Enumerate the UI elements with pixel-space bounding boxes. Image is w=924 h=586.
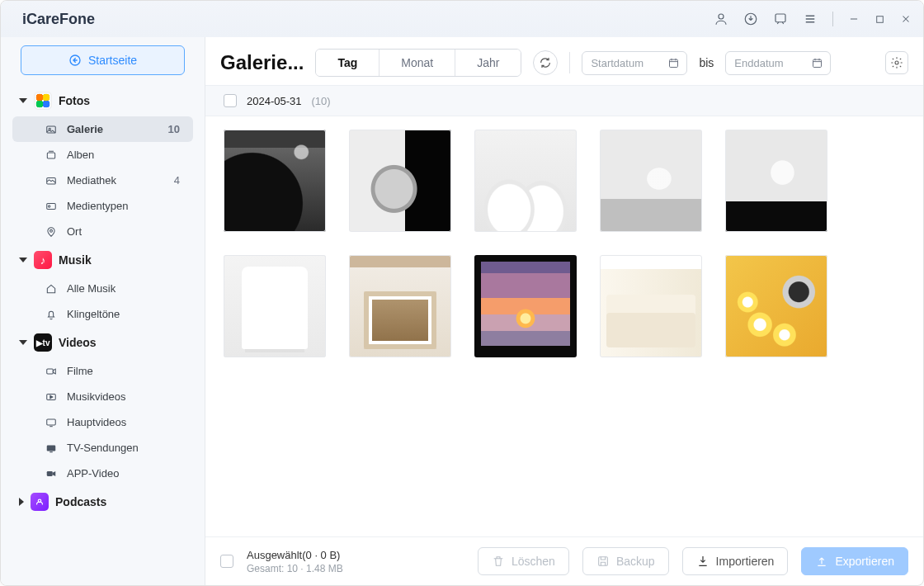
svg-rect-12 — [47, 369, 54, 374]
nav-label: Klingeltöne — [67, 308, 120, 320]
home-icon — [44, 283, 59, 295]
tv-icon — [44, 442, 59, 454]
nav-label: Hauptvideos — [67, 416, 126, 428]
import-icon — [696, 555, 710, 568]
sidebar-item-tv-sendungen[interactable]: TV-Sendungen — [12, 435, 193, 461]
sidebar-item-alle-musik[interactable]: Alle Musik — [12, 276, 193, 301]
close-icon[interactable] — [900, 13, 912, 25]
sidebar-item-filme[interactable]: Filme — [12, 358, 193, 384]
footer-select-checkbox[interactable] — [220, 555, 233, 568]
download-icon[interactable] — [743, 12, 758, 26]
svg-rect-20 — [813, 59, 822, 67]
segment-tag[interactable]: Tag — [316, 50, 379, 76]
footer-meta: Ausgewählt(0 · 0 B) Gesamt: 10 · 1.48 MB — [247, 549, 343, 574]
nav-label: Filme — [67, 365, 93, 377]
selected-label: Ausgewählt(0 · 0 B) — [247, 549, 343, 561]
refresh-icon — [539, 56, 552, 69]
group-count: (10) — [312, 95, 331, 107]
svg-rect-15 — [47, 445, 56, 451]
section-podcasts[interactable]: Podcasts — [9, 486, 196, 517]
feedback-icon[interactable] — [773, 12, 788, 26]
segment-monat[interactable]: Monat — [379, 50, 455, 76]
calendar-icon — [667, 57, 680, 69]
save-icon — [596, 555, 610, 568]
sidebar: Startseite Fotos Galerie 10 Alben Mediat… — [1, 37, 205, 585]
svg-point-10 — [49, 205, 50, 206]
sidebar-item-ort[interactable]: Ort — [12, 219, 193, 244]
nav-label: Alle Musik — [67, 282, 116, 295]
music-app-icon: ♪ — [34, 251, 52, 269]
sidebar-item-galerie[interactable]: Galerie 10 — [12, 116, 193, 142]
end-placeholder: Enddatum — [734, 57, 783, 69]
settings-button[interactable] — [885, 51, 908, 74]
section-fotos[interactable]: Fotos — [9, 85, 196, 116]
home-arrow-icon — [68, 54, 82, 67]
backup-button[interactable]: Backup — [582, 547, 669, 575]
photo-thumbnail[interactable] — [474, 255, 577, 357]
account-icon[interactable] — [714, 12, 728, 26]
nav-count: 4 — [174, 174, 183, 187]
minimize-icon[interactable] — [848, 13, 860, 25]
section-musik[interactable]: ♪ Musik — [9, 244, 196, 276]
sidebar-item-klingeltoene[interactable]: Klingeltöne — [12, 301, 193, 327]
svg-point-21 — [895, 61, 898, 64]
section-videos-label: Videos — [59, 336, 97, 349]
delete-label: Löschen — [512, 555, 555, 568]
home-button[interactable]: Startseite — [21, 45, 185, 75]
svg-rect-19 — [670, 59, 678, 67]
titlebar-actions — [714, 12, 912, 26]
delete-button[interactable]: Löschen — [478, 547, 569, 575]
photo-thumbnail[interactable] — [349, 130, 451, 232]
photo-thumbnail[interactable] — [349, 255, 451, 357]
svg-point-11 — [50, 229, 53, 232]
group-header: 2024-05-31(10) — [205, 86, 923, 116]
select-all-checkbox[interactable] — [224, 94, 237, 107]
tv-app-icon: ▶tv — [34, 333, 52, 352]
camcorder-icon — [44, 468, 59, 480]
svg-rect-3 — [877, 16, 884, 22]
group-date: 2024-05-31 — [247, 95, 302, 107]
start-date-input[interactable]: Startdatum — [582, 51, 687, 75]
nav-label: Mediathek — [67, 174, 116, 187]
export-icon — [815, 555, 828, 568]
app-name: iCareFone — [22, 11, 95, 28]
photo-thumbnail[interactable] — [224, 255, 326, 357]
export-button[interactable]: Exportieren — [801, 547, 908, 575]
home-label: Startseite — [88, 54, 137, 67]
nav-label: Galerie — [67, 123, 103, 135]
sidebar-item-app-video[interactable]: APP-Video — [12, 461, 193, 486]
podcast-app-icon — [31, 493, 49, 511]
sidebar-item-hauptvideos[interactable]: Hauptvideos — [12, 409, 193, 435]
sidebar-item-mediathek[interactable]: Mediathek 4 — [12, 168, 193, 193]
import-button[interactable]: Importieren — [682, 547, 789, 575]
range-label: bis — [699, 56, 714, 69]
photo-thumbnail[interactable] — [725, 130, 827, 232]
nav-label: Medientypen — [67, 200, 128, 212]
photo-thumbnail[interactable] — [474, 130, 577, 232]
body: Startseite Fotos Galerie 10 Alben Mediat… — [1, 37, 923, 585]
svg-rect-17 — [47, 471, 53, 476]
nav-label: TV-Sendungen — [67, 442, 139, 454]
refresh-button[interactable] — [533, 50, 558, 75]
sidebar-item-alben[interactable]: Alben — [12, 142, 193, 168]
sidebar-item-musikvideos[interactable]: Musikvideos — [12, 384, 193, 409]
end-date-input[interactable]: Enddatum — [725, 51, 831, 75]
photo-thumbnail[interactable] — [224, 130, 326, 232]
chevron-down-icon — [19, 340, 27, 345]
photo-thumbnail[interactable] — [725, 255, 827, 357]
sidebar-item-medientypen[interactable]: Medientypen — [12, 193, 193, 219]
segment-jahr[interactable]: Jahr — [455, 50, 521, 76]
photo-thumbnail[interactable] — [600, 130, 702, 232]
calendar-icon — [811, 57, 823, 69]
photos-app-icon — [34, 92, 52, 110]
toolbar: Galerie... Tag Monat Jahr Startdatum bis… — [205, 37, 923, 86]
section-videos[interactable]: ▶tv Videos — [9, 327, 196, 358]
maximize-icon[interactable] — [874, 14, 885, 25]
photo-thumbnail[interactable] — [600, 255, 702, 357]
chevron-right-icon — [19, 498, 24, 506]
app-window: iCareFone Startseite Fotos — [0, 0, 924, 586]
menu-icon[interactable] — [803, 12, 818, 26]
section-fotos-label: Fotos — [59, 94, 90, 107]
musicvideo-icon — [44, 391, 59, 403]
import-label: Importieren — [716, 555, 775, 568]
